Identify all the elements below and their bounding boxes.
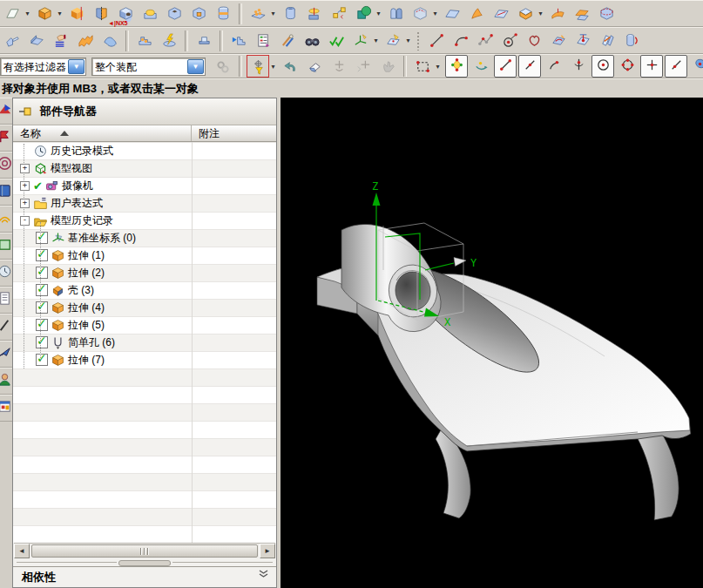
roles-tab[interactable] xyxy=(0,341,12,368)
tree-item[interactable]: +用户表达式 xyxy=(13,194,276,212)
tree-item[interactable]: 历史记录模式 xyxy=(13,142,276,159)
arc-point-toggle[interactable] xyxy=(543,55,565,78)
line-curve-button[interactable] xyxy=(425,30,448,52)
base-block-button[interactable] xyxy=(193,30,215,52)
chevron-down-icon[interactable]: ▾ xyxy=(431,10,439,17)
point-cluster-toggle[interactable] xyxy=(445,55,468,78)
drag-hand-button[interactable] xyxy=(376,55,399,78)
chevron-down-icon[interactable]: ▾ xyxy=(404,37,412,44)
point-on-curve-toggle[interactable] xyxy=(665,55,687,78)
selection-scope-combo[interactable]: 整个装配 ▼ xyxy=(91,57,206,76)
marquee-select-button[interactable] xyxy=(411,55,434,78)
verify-checks-button[interactable] xyxy=(325,30,348,52)
center-point-toggle[interactable] xyxy=(591,55,614,78)
tree-item[interactable]: ✓基准坐标系 (0) xyxy=(13,229,276,247)
pad-button[interactable] xyxy=(187,3,210,25)
expand-icon[interactable]: + xyxy=(20,164,30,173)
through-curves-button[interactable] xyxy=(384,3,407,25)
boss-button[interactable] xyxy=(139,3,161,25)
patch-pin-button[interactable] xyxy=(571,30,594,52)
quick-electrode-button[interactable] xyxy=(158,30,180,52)
corrugation-button[interactable] xyxy=(74,30,97,52)
profile-curve-button[interactable] xyxy=(523,30,545,52)
chevron-down-icon[interactable]: ▾ xyxy=(269,10,277,17)
edit-tools-button[interactable] xyxy=(276,30,299,52)
hole-button[interactable]: ◄|NX5 xyxy=(114,3,137,25)
assembly-navigator-tab[interactable] xyxy=(0,98,12,125)
boolean-unite-button[interactable] xyxy=(352,3,375,25)
cylinder-arrow-button[interactable] xyxy=(620,30,643,52)
chevron-down-icon[interactable]: ▼ xyxy=(68,59,84,74)
expand-icon[interactable]: + xyxy=(20,181,30,191)
reuse-tab[interactable] xyxy=(0,233,12,260)
tree-item[interactable]: ✓简单孔 (6) xyxy=(13,334,276,351)
annotate-hand-button[interactable] xyxy=(50,30,72,52)
arc-curve-button[interactable] xyxy=(450,30,472,52)
quadrant-point-toggle[interactable] xyxy=(616,55,639,78)
chevron-expand-icon[interactable] xyxy=(258,570,269,578)
feature-checkbox[interactable]: ✓ xyxy=(36,232,48,244)
end-point-toggle[interactable] xyxy=(494,55,517,78)
horizontal-scrollbar[interactable]: ◄ ► xyxy=(14,543,275,558)
tree-item[interactable]: +模型视图 xyxy=(13,159,276,177)
collapse-icon[interactable]: - xyxy=(20,216,30,226)
chevron-down-icon[interactable]: ▾ xyxy=(24,10,31,17)
feature-checkbox[interactable]: ✓ xyxy=(36,284,48,296)
freeform-surface-button[interactable] xyxy=(98,30,121,52)
rotate-point-b-button[interactable] xyxy=(352,55,375,78)
play-steps-button[interactable] xyxy=(227,30,250,52)
scrollbar-thumb[interactable] xyxy=(31,544,258,558)
feature-checkbox[interactable]: ✓ xyxy=(36,301,48,314)
point-on-surface-toggle[interactable] xyxy=(689,55,703,78)
chevron-down-icon[interactable]: ▾ xyxy=(56,10,64,17)
bounded-plane-button[interactable] xyxy=(409,3,431,25)
scrollbar-track[interactable] xyxy=(30,544,260,558)
library-tab[interactable] xyxy=(0,179,12,206)
pattern-feature-button[interactable] xyxy=(247,3,269,25)
selection-filter-combo[interactable]: 有选择过滤器 ▼ xyxy=(0,57,86,76)
tree-item[interactable]: ✓拉伸 (2) xyxy=(13,264,276,281)
tree-item[interactable]: ✓拉伸 (1) xyxy=(13,247,276,264)
offset-surface-button[interactable] xyxy=(571,3,593,25)
panel-splitter[interactable] xyxy=(13,558,276,566)
feature-checkbox[interactable]: ✓ xyxy=(36,267,48,279)
feature-checkbox[interactable]: ✓ xyxy=(36,354,48,366)
chevron-down-icon[interactable]: ▾ xyxy=(372,37,380,44)
tree-item[interactable]: ✓拉伸 (7) xyxy=(13,351,276,368)
tree-item[interactable]: ✓拉伸 (4) xyxy=(13,299,276,316)
tree-item[interactable]: ✓拉伸 (5) xyxy=(13,316,276,334)
styled-sweep-button[interactable] xyxy=(465,3,488,25)
chevron-down-icon[interactable]: ▾ xyxy=(375,10,382,17)
column-header-notes[interactable]: 附注 xyxy=(192,125,276,141)
find-binoculars-button[interactable] xyxy=(301,30,323,52)
thicken-button[interactable] xyxy=(514,3,537,25)
constraint-navigator-tab[interactable] xyxy=(0,125,12,152)
history-tab[interactable] xyxy=(0,260,12,287)
link-constraint-button[interactable] xyxy=(212,55,234,78)
groove-button[interactable] xyxy=(212,3,234,25)
user-tab[interactable] xyxy=(0,368,12,395)
column-header-name[interactable]: 名称 xyxy=(13,125,192,141)
pencil-tab[interactable] xyxy=(0,314,12,341)
expand-icon[interactable]: + xyxy=(20,199,30,208)
sheetmetal-bracket-button[interactable] xyxy=(1,30,24,52)
intersection-point-toggle[interactable] xyxy=(640,55,663,78)
tree-item[interactable]: +✔摄像机 xyxy=(13,177,276,194)
pin-icon[interactable] xyxy=(19,106,32,117)
chevron-down-icon[interactable]: ▾ xyxy=(537,10,544,17)
csys-spotlight-button[interactable] xyxy=(349,30,372,52)
selection-filter-button[interactable] xyxy=(247,55,269,78)
tree-item[interactable]: ✓壳 (3) xyxy=(13,281,276,299)
feature-checkbox[interactable]: ✓ xyxy=(36,336,48,348)
law-extension-button[interactable] xyxy=(546,3,569,25)
scroll-left-button[interactable]: ◄ xyxy=(14,544,30,558)
datum-plane-button[interactable] xyxy=(303,3,326,25)
spline-curve-button[interactable] xyxy=(474,30,497,52)
feature-checkbox[interactable]: ✓ xyxy=(36,319,48,331)
dependencies-section-header[interactable]: 相依性 xyxy=(13,566,276,587)
step-feature-button[interactable] xyxy=(133,30,156,52)
feature-checkbox[interactable]: ✓ xyxy=(36,249,48,261)
scroll-right-button[interactable]: ► xyxy=(260,544,275,558)
graphics-viewport[interactable]: Z Y X xyxy=(281,98,703,588)
section-curve-button[interactable] xyxy=(547,30,570,52)
